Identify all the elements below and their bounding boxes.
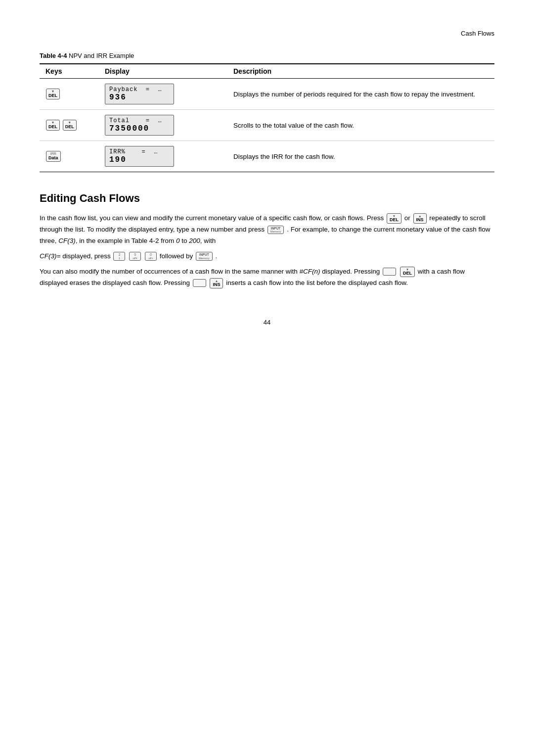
col-header-display: Display [99, 64, 227, 79]
npv-irr-table: Keys Display Description ▼ DEL Payback =… [40, 63, 494, 172]
key-input-memory-2: INPUT Memory [196, 252, 213, 261]
body-paragraph-1: In the cash flow list, you can view and … [40, 213, 494, 247]
table-caption-bold: Table 4-4 [40, 52, 69, 59]
row3-description: Displays the IRR for the cash flow. [227, 141, 494, 172]
key-del-down-1: ▼ DEL [46, 120, 60, 131]
key-del-down-3: ▼ DEL [400, 267, 415, 277]
row1-description: Displays the number of periods required … [227, 79, 494, 110]
key-up-ins-2: ▲ INS [210, 278, 223, 288]
row2-display: Total = … 7350000 [99, 110, 227, 141]
lcd-irr: IRR% = … 190 [105, 146, 174, 167]
section-heading: Editing Cash Flows [40, 192, 494, 205]
key-0-nfr: 0 nFr [145, 252, 157, 261]
key-up-ins-inline: ▲ INS [413, 213, 427, 224]
key-del-down-2: ▼ DEL [63, 120, 77, 131]
key-input-memory-inline: INPUT Memory [267, 226, 284, 235]
row1-display: Payback = … 936 [99, 79, 227, 110]
table-caption: Table 4-4 NPV and IRR Example [40, 52, 494, 59]
col-header-description: Description [227, 64, 494, 79]
header-title: Cash Flows [461, 30, 494, 37]
cf3-italic: CF(3) [58, 237, 76, 244]
table-row: ▼ DEL Payback = … 936 Displays the numbe… [40, 79, 494, 110]
key-2: 2 1 [113, 252, 125, 261]
row2-keys: ▼ DEL ▼ DEL [40, 110, 99, 141]
ncfn-italic: #CF(n) [300, 268, 320, 275]
page-number: 44 [40, 319, 494, 326]
key-irr-data: IRR Data [46, 151, 61, 162]
table-row: ▼ DEL ▼ DEL Total = … 7350000 Scrolls to… [40, 110, 494, 141]
table-row: IRR Data IRR% = … 190 Displays the IRR f… [40, 141, 494, 172]
body-paragraph-3: You can also modify the number of occurr… [40, 266, 494, 289]
key-del-down: ▼ DEL [46, 89, 60, 99]
row3-keys: IRR Data [40, 141, 99, 172]
key-del-down-inline: ▼ DEL [387, 213, 401, 224]
zero-italic: 0 [176, 237, 180, 244]
col-header-keys: Keys [40, 64, 99, 79]
row2-description: Scrolls to the total value of the cash f… [227, 110, 494, 141]
row3-display: IRR% = … 190 [99, 141, 227, 172]
page-header: Cash Flows [40, 30, 494, 37]
cf3eq-italic: CF(3)= [40, 252, 60, 260]
200-italic: 200 [189, 237, 200, 244]
key-blank-wide [383, 268, 396, 276]
lcd-payback: Payback = … 936 [105, 84, 174, 104]
body-paragraph-2: CF(3)= displayed, press 2 1 0 nPr 0 nFr … [40, 251, 494, 262]
key-0-npr: 0 nPr [129, 252, 141, 261]
key-blank-wide-2 [193, 279, 206, 287]
row1-keys: ▼ DEL [40, 79, 99, 110]
lcd-total: Total = … 7350000 [105, 115, 174, 136]
